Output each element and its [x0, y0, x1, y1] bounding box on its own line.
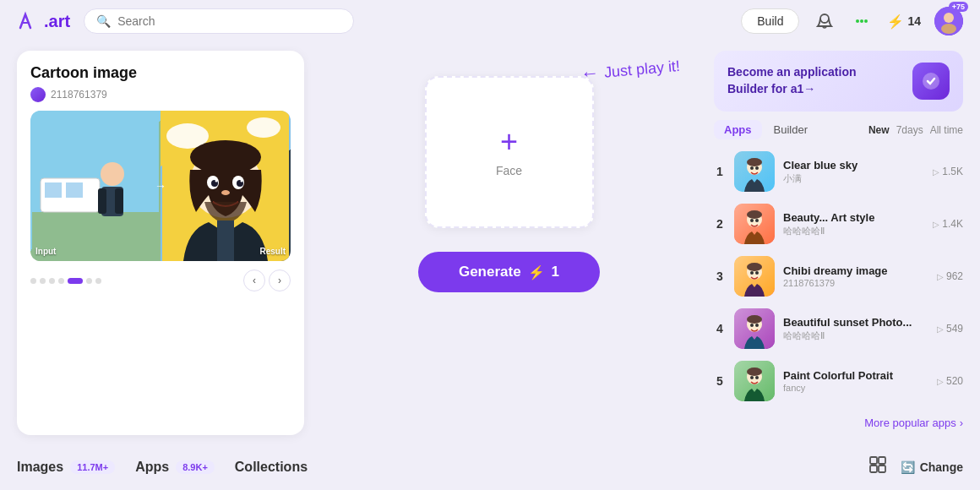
- more-link-chevron: ›: [960, 416, 963, 429]
- svg-point-12: [101, 162, 124, 186]
- add-face-icon: +: [500, 127, 518, 157]
- preview-input-side: Input: [30, 111, 161, 261]
- promo-line1: Become an application: [727, 64, 856, 81]
- svg-rect-56: [879, 457, 885, 464]
- message-icon[interactable]: [850, 9, 874, 33]
- svg-point-25: [215, 180, 218, 182]
- preview-arrow: →: [155, 179, 166, 193]
- search-bar[interactable]: 🔍: [84, 8, 354, 34]
- logo-text: .art: [44, 12, 70, 31]
- dot-7: [95, 278, 101, 284]
- notification-icon[interactable]: [813, 9, 836, 33]
- promo-banner[interactable]: Become an application Builder for a1→: [714, 51, 963, 112]
- bottom-tab-collections[interactable]: Collections: [235, 460, 308, 475]
- svg-point-18: [247, 117, 280, 138]
- prev-button[interactable]: ‹: [243, 270, 265, 291]
- mid-panel: Just play it! + Face Generate ⚡ 1: [304, 51, 714, 435]
- app-author-4: 哈哈哈哈Ⅱ: [783, 329, 928, 342]
- svg-point-48: [750, 324, 754, 327]
- tabs-left: Apps Builder: [714, 120, 818, 139]
- refresh-icon: 🔄: [901, 460, 915, 474]
- apps-label: Apps: [135, 460, 169, 475]
- logo[interactable]: .art: [17, 11, 70, 31]
- left-panel: Cartoon image 2118761379: [17, 51, 304, 435]
- app-info-5: Paint Colorful Potrait fancy: [783, 369, 928, 393]
- generate-cost: 1: [552, 264, 559, 280]
- svg-rect-58: [879, 466, 885, 472]
- svg-point-3: [864, 19, 868, 23]
- app-list: 1 Clear blue sky 小满: [714, 148, 963, 405]
- play-count-1: 1.5K: [942, 166, 963, 177]
- search-input[interactable]: [117, 14, 341, 28]
- app-plays-4: ▷ 549: [937, 323, 963, 335]
- right-panel: Become an application Builder for a1→ Ap…: [714, 51, 963, 435]
- dot-3: [49, 278, 55, 284]
- tabs-right: New 7days All time: [868, 124, 963, 136]
- result-label: Result: [259, 247, 286, 256]
- build-button[interactable]: Build: [741, 8, 799, 34]
- tab-builder[interactable]: Builder: [764, 120, 818, 139]
- svg-rect-57: [870, 466, 877, 472]
- tabs-row: Apps Builder New 7days All time: [714, 120, 963, 139]
- app-list-item[interactable]: 5 Paint Colorful Potrait fancy: [714, 357, 963, 405]
- image-preview: Input →: [30, 111, 291, 261]
- bottom-tab-apps[interactable]: Apps 8.9K+: [135, 460, 215, 475]
- app-list-item[interactable]: 1 Clear blue sky 小满: [714, 148, 963, 195]
- app-info-3: Chibi dreamy image 2118761379: [783, 264, 928, 288]
- result-illustration: [161, 111, 291, 261]
- images-badge: 11.7M+: [70, 460, 115, 474]
- app-name-1: Clear blue sky: [783, 159, 924, 172]
- generate-label: Generate: [459, 264, 521, 280]
- svg-point-34: [755, 166, 759, 170]
- change-button[interactable]: 🔄 Change: [901, 460, 963, 474]
- svg-point-44: [755, 271, 759, 275]
- avatar-badge: +75: [949, 2, 968, 12]
- filter-alltime[interactable]: All time: [930, 124, 963, 136]
- svg-rect-11: [66, 182, 83, 198]
- tab-apps[interactable]: Apps: [714, 120, 762, 139]
- generate-button[interactable]: Generate ⚡ 1: [418, 252, 600, 292]
- dots-indicator: [30, 278, 101, 284]
- svg-point-38: [750, 219, 754, 222]
- app-name-2: Beauty... Art style: [783, 211, 924, 224]
- svg-point-53: [750, 376, 754, 379]
- bottom-bar: Images 11.7M+ Apps 8.9K+ Collections 🔄 C…: [0, 444, 980, 490]
- dot-5: [68, 278, 83, 284]
- svg-rect-15: [115, 188, 123, 214]
- app-author-3: 2118761379: [783, 278, 928, 288]
- header-right: Build ⚡ 14: [741, 7, 963, 35]
- app-thumb-5: [734, 361, 775, 401]
- more-link-text: More popular apps: [864, 416, 956, 429]
- svg-rect-55: [870, 457, 877, 464]
- dots-nav: ‹ ›: [30, 270, 291, 291]
- change-label: Change: [920, 460, 963, 474]
- filter-7days[interactable]: 7days: [896, 124, 923, 136]
- play-icon-4: ▷: [937, 324, 944, 334]
- grid-icon[interactable]: [868, 455, 887, 478]
- promo-text: Become an application Builder for a1→: [727, 64, 856, 97]
- svg-point-43: [750, 271, 754, 275]
- app-list-item[interactable]: 3 Chibi dreamy image 211876137: [714, 253, 963, 300]
- filter-new[interactable]: New: [868, 124, 890, 136]
- svg-point-49: [755, 324, 759, 327]
- app-rank-4: 4: [714, 322, 726, 335]
- face-upload-box[interactable]: + Face: [425, 76, 594, 228]
- user-avatar-wrap[interactable]: +75: [934, 7, 963, 35]
- app-list-item[interactable]: 4 Beautiful sunset Photo... 哈哈: [714, 305, 963, 352]
- bottom-right: 🔄 Change: [868, 455, 963, 478]
- svg-point-32: [747, 158, 762, 166]
- header: .art 🔍 Build ⚡ 14: [0, 0, 980, 42]
- app-info-1: Clear blue sky 小满: [783, 159, 924, 185]
- bottom-tab-images[interactable]: Images 11.7M+: [17, 460, 115, 475]
- next-button[interactable]: ›: [269, 270, 291, 291]
- more-popular-apps-link[interactable]: More popular apps ›: [714, 416, 963, 429]
- face-label: Face: [496, 164, 522, 177]
- bolt-badge[interactable]: ⚡ 14: [887, 14, 921, 30]
- svg-point-47: [747, 315, 762, 324]
- app-plays-1: ▷ 1.5K: [933, 166, 963, 177]
- svg-point-26: [241, 180, 243, 182]
- play-count-3: 962: [946, 270, 963, 282]
- svg-point-54: [755, 376, 759, 379]
- bolt-icon: ⚡: [887, 14, 904, 30]
- app-list-item[interactable]: 2 Beauty... Art style 哈哈哈哈Ⅱ: [714, 200, 963, 248]
